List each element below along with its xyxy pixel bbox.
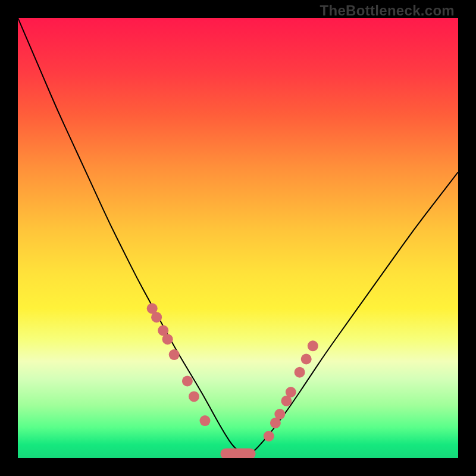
flat-segment-marker — [220, 449, 255, 458]
marker-right-0 — [264, 431, 274, 441]
markers-left-group — [147, 303, 211, 426]
bottleneck-curve — [18, 18, 458, 454]
marker-right-6 — [301, 354, 312, 365]
watermark-text: TheBottleneck.com — [320, 2, 455, 19]
marker-left-7 — [200, 415, 211, 426]
markers-right-group — [264, 340, 318, 441]
marker-left-3 — [162, 334, 173, 345]
chart-frame: TheBottleneck.com — [0, 0, 476, 476]
marker-left-5 — [182, 376, 193, 387]
marker-right-7 — [308, 340, 318, 351]
chart-svg — [18, 18, 458, 458]
marker-right-2 — [274, 409, 285, 419]
marker-right-5 — [295, 367, 305, 378]
marker-right-4 — [286, 387, 296, 397]
plot-area — [18, 18, 458, 458]
marker-left-6 — [189, 391, 199, 402]
marker-left-1 — [151, 312, 162, 322]
flat-segment-rect — [220, 449, 255, 458]
marker-left-4 — [169, 349, 180, 360]
